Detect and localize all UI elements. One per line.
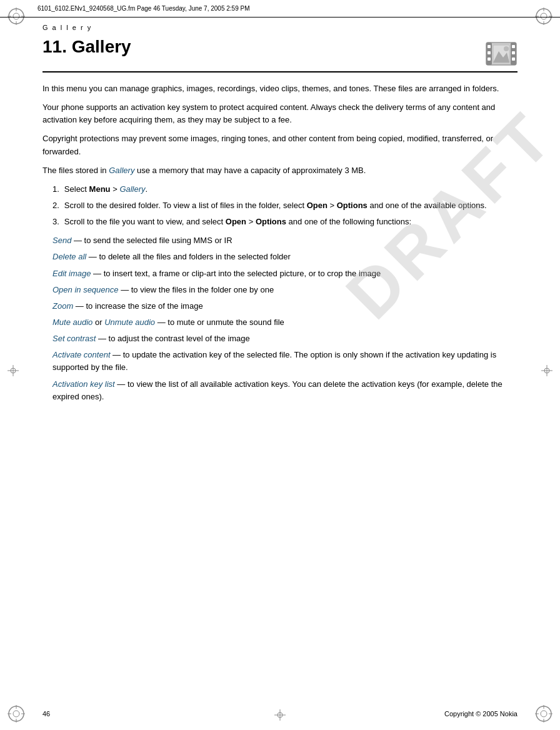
sub-term-deleteall: Delete all <box>52 252 86 261</box>
svg-point-19 <box>541 711 547 717</box>
sub-sep-setcontrast: — to adjust the contrast level of the im… <box>96 334 249 343</box>
sub-sep-zoom: — to increase the size of the image <box>73 301 202 311</box>
sub-item-editimage: Edit image — to insert text, a frame or … <box>52 268 518 280</box>
list-text-3: Scroll to the file you want to view, and… <box>64 216 411 228</box>
list-num-2: 2. <box>52 199 59 212</box>
svg-rect-38 <box>488 58 491 61</box>
sub-term-zoom: Zoom <box>52 301 73 311</box>
list-num-1: 1. <box>52 183 59 196</box>
sub-desc-muteaudio: — to mute or unmute the sound file <box>155 318 284 327</box>
list-item-2: 2. Scroll to the desired folder. To view… <box>52 199 518 212</box>
chapter-number: 11. <box>42 37 67 56</box>
sub-term-editimage: Edit image <box>52 269 91 278</box>
paragraph-1: In this menu you can manage graphics, im… <box>42 82 518 95</box>
sub-term-muteaudio: Mute audio <box>52 318 92 327</box>
sub-term-send: Send <box>52 236 71 245</box>
svg-rect-40 <box>512 51 515 54</box>
chapter-name: Gallery <box>72 37 131 56</box>
sub-term-activationkeylist: Activation key list <box>52 379 115 389</box>
sub-item-muteaudio: Mute audio or Unmute audio — to mute or … <box>52 316 518 329</box>
svg-point-13 <box>13 711 19 717</box>
list-item-1: 1. Select Menu > Gallery. <box>52 183 518 196</box>
sub-sep-openinsequence: — to view the files in the folder one by… <box>119 285 274 294</box>
sub-sep-activationkeylist: — to view the list of all available acti… <box>52 379 502 401</box>
corner-mark-br <box>535 705 552 722</box>
sub-sep-deleteall: — to delete all the files and folders in… <box>86 252 291 261</box>
sub-term-activatecontent: Activate content <box>52 350 111 359</box>
footer-page-number: 46 <box>42 710 50 718</box>
title-underline <box>42 71 518 72</box>
gallery-term-inline: Gallery <box>109 166 134 175</box>
sub-items-list: Send — to send the selected file using M… <box>52 234 518 403</box>
svg-rect-39 <box>512 45 515 48</box>
sub-item-deleteall: Delete all — to delete all the files and… <box>52 251 518 263</box>
sub-sep-send: — to send the selected file using MMS or… <box>71 236 232 245</box>
list-text-2: Scroll to the desired folder. To view a … <box>64 199 487 212</box>
main-content: 11. Gallery <box>42 38 518 692</box>
svg-point-44 <box>504 46 509 51</box>
chapter-heading: 11. Gallery <box>42 38 518 68</box>
list-item-3: 3. Scroll to the file you want to view, … <box>52 216 518 228</box>
page-header: 6101_6102.ENv1_9240568_UG.fm Page 46 Tue… <box>0 0 560 18</box>
list-text-1: Select Menu > Gallery. <box>64 183 148 196</box>
sub-sep-editimage: — to insert text, a frame or clip-art in… <box>91 269 381 278</box>
paragraph-3: Copyright protections may prevent some i… <box>42 132 518 158</box>
sub-item-zoom: Zoom — to increase the size of the image <box>52 300 518 312</box>
section-label: G a l l e r y <box>42 24 92 31</box>
paragraph-2: Your phone supports an activation key sy… <box>42 101 518 126</box>
sub-item-setcontrast: Set contrast — to adjust the contrast le… <box>52 332 518 345</box>
sub-sep-activatecontent: — to update the activation key of the se… <box>52 350 496 372</box>
sub-term-setcontrast: Set contrast <box>52 334 96 343</box>
svg-rect-36 <box>488 45 491 48</box>
sub-item-openinsequence: Open in sequence — to view the files in … <box>52 284 518 296</box>
footer-copyright: Copyright © 2005 Nokia <box>444 710 518 718</box>
chapter-title: 11. Gallery <box>42 38 131 57</box>
chapter-title-block: 11. Gallery <box>42 38 131 57</box>
footer: 46 Copyright © 2005 Nokia <box>42 710 518 718</box>
paragraph-4: The files stored in Gallery use a memory… <box>42 164 518 177</box>
numbered-list: 1. Select Menu > Gallery. 2. Scroll to t… <box>52 183 518 228</box>
svg-rect-41 <box>512 58 515 61</box>
gallery-icon <box>485 40 518 68</box>
sub-term-openinsequence: Open in sequence <box>52 285 119 294</box>
svg-rect-37 <box>488 51 491 54</box>
sub-item-activationkeylist: Activation key list — to view the list o… <box>52 378 518 403</box>
corner-mark-bl <box>8 705 25 722</box>
crosshair-mid-right <box>541 365 552 376</box>
sub-item-send: Send — to send the selected file using M… <box>52 234 518 247</box>
header-text: 6101_6102.ENv1_9240568_UG.fm Page 46 Tue… <box>38 5 250 12</box>
sub-item-activatecontent: Activate content — to update the activat… <box>52 349 518 374</box>
list-num-3: 3. <box>52 216 59 228</box>
sub-sep-muteaudio: or <box>92 318 104 327</box>
sub-term-unmuteaudio: Unmute audio <box>104 318 155 327</box>
crosshair-mid-left <box>8 365 19 376</box>
